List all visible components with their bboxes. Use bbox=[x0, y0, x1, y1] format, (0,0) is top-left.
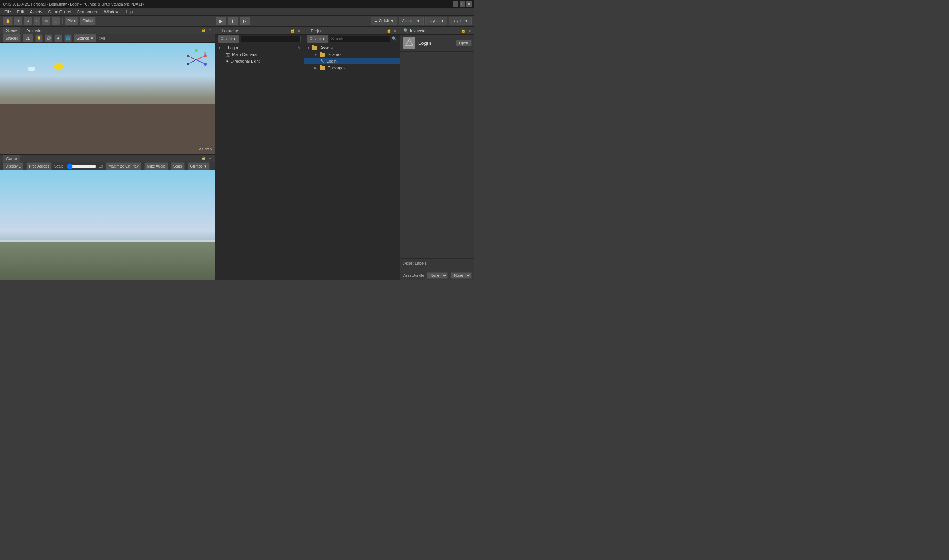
project-header: ≡ Project 🔒 ≡ bbox=[304, 27, 400, 35]
project-lock[interactable]: 🔒 bbox=[386, 29, 392, 32]
hierarchy-tab-label[interactable]: Hierarchy bbox=[220, 29, 238, 33]
game-gizmos-dropdown[interactable]: Gizmos ▼ bbox=[188, 162, 210, 171]
animator-tab[interactable]: Animator bbox=[23, 27, 46, 34]
project-tab-label[interactable]: Project bbox=[311, 29, 323, 33]
hierarchy-item-main-camera[interactable]: 📷 Main Camera bbox=[215, 51, 304, 58]
hierarchy-panel: ≡ Hierarchy 🔒 ≡ Create ▼ ▼ ⊙ Login ✎ 📷 bbox=[215, 27, 304, 280]
camera-icon: 📷 bbox=[225, 52, 231, 57]
step-button[interactable]: ⏭ bbox=[240, 17, 250, 25]
asset-variant-dropdown[interactable]: None bbox=[451, 272, 472, 279]
scene-panel-header: Scene Animator 🔒 ≡ bbox=[0, 27, 215, 34]
inspector-lock[interactable]: 🔒 bbox=[460, 29, 466, 32]
rotate-tool[interactable]: ↺ bbox=[24, 17, 32, 25]
pivot-button[interactable]: Pivot bbox=[65, 17, 78, 25]
hierarchy-menu[interactable]: ≡ bbox=[297, 29, 301, 32]
scene-edit-icon[interactable]: ✎ bbox=[298, 46, 301, 50]
maximize-on-play[interactable]: Maximize On Play bbox=[106, 162, 141, 171]
project-scenes-folder[interactable]: ▼ Scenes bbox=[304, 51, 400, 58]
scene-name: Login bbox=[228, 46, 238, 50]
layout-button[interactable]: Layout ▼ bbox=[449, 17, 472, 25]
move-tool[interactable]: ✛ bbox=[14, 17, 22, 25]
project-content: ▼ Assets ▼ Scenes 🔧 Login ▶ bbox=[304, 43, 400, 280]
transform-tool[interactable]: ⊞ bbox=[52, 17, 60, 25]
layers-button[interactable]: Layers ▼ bbox=[425, 17, 448, 25]
inspector-header: 🔍 Inspector 🔒 ≡ bbox=[400, 27, 475, 35]
game-menu-icon[interactable]: ≡ bbox=[208, 156, 212, 160]
stats-button[interactable]: Stats bbox=[171, 162, 185, 171]
svg-point-10 bbox=[187, 55, 189, 57]
cloud-shape bbox=[28, 67, 35, 71]
game-lock-icon[interactable]: 🔒 bbox=[200, 156, 206, 160]
menu-file[interactable]: File bbox=[2, 8, 14, 15]
sun-gizmo bbox=[54, 62, 63, 71]
inspector-menu[interactable]: ≡ bbox=[468, 29, 472, 32]
hierarchy-lock[interactable]: 🔒 bbox=[289, 29, 295, 32]
inspector-icon: 🔍 bbox=[403, 28, 409, 33]
svg-line-9 bbox=[188, 56, 196, 60]
menu-component[interactable]: Component bbox=[74, 8, 101, 15]
maximize-button[interactable]: □ bbox=[460, 2, 465, 7]
scenes-label: Scenes bbox=[328, 52, 341, 57]
scene-tab[interactable]: Scene bbox=[3, 27, 20, 34]
scale-slider[interactable] bbox=[67, 164, 96, 169]
scene-panel: Scene Animator 🔒 ≡ Shaded 2D 💡 🔊 ✦ 🌐 Giz… bbox=[0, 27, 215, 154]
menu-assets[interactable]: Assets bbox=[27, 8, 45, 15]
open-button[interactable]: Open bbox=[456, 40, 472, 46]
mute-audio[interactable]: Mute Audio bbox=[144, 162, 168, 171]
hierarchy-create-btn[interactable]: Create ▼ bbox=[218, 35, 239, 43]
svg-line-11 bbox=[188, 60, 196, 64]
project-packages-folder[interactable]: ▶ Packages bbox=[304, 65, 400, 71]
scenes-expand: ▼ bbox=[314, 53, 318, 56]
project-menu[interactable]: ≡ bbox=[393, 29, 397, 32]
audio-toggle[interactable]: 🔊 bbox=[45, 34, 52, 42]
menu-edit[interactable]: Edit bbox=[14, 8, 27, 15]
hierarchy-search-input[interactable] bbox=[241, 36, 301, 42]
effects-toggle[interactable]: ✦ bbox=[54, 34, 62, 42]
scale-tool[interactable]: ↕ bbox=[33, 17, 40, 25]
game-panel-controls: 🔒 ≡ bbox=[200, 156, 212, 160]
inspector-controls: 🔒 ≡ bbox=[460, 29, 472, 32]
left-panel: Scene Animator 🔒 ≡ Shaded 2D 💡 🔊 ✦ 🌐 Giz… bbox=[0, 27, 215, 280]
asset-bundle-label: AssetBundle bbox=[403, 274, 424, 278]
play-button[interactable]: ▶ bbox=[216, 17, 226, 25]
login-scene-label: Login bbox=[327, 59, 337, 63]
global-button[interactable]: Global bbox=[80, 17, 95, 25]
game-canvas[interactable] bbox=[0, 171, 215, 280]
svg-text:y: y bbox=[195, 49, 197, 51]
inspector-tab-label[interactable]: Inspector bbox=[410, 29, 427, 33]
menu-help[interactable]: Help bbox=[121, 8, 136, 15]
hand-tool[interactable]: ✋ bbox=[3, 17, 12, 25]
rect-tool[interactable]: ▭ bbox=[42, 17, 51, 25]
inspector-asset-name: Login bbox=[418, 40, 431, 46]
minimize-button[interactable]: ─ bbox=[453, 2, 458, 7]
orientation-gizmo[interactable]: x y z bbox=[185, 49, 207, 71]
lock-icon[interactable]: 🔒 bbox=[200, 28, 206, 32]
display-dropdown[interactable]: Display 1 bbox=[3, 162, 23, 171]
project-login-scene[interactable]: 🔧 Login bbox=[304, 58, 400, 65]
collab-button[interactable]: ☁ Collab ▼ bbox=[371, 17, 397, 25]
window-controls[interactable]: ─ □ ✕ bbox=[453, 2, 472, 7]
project-create-btn[interactable]: Create ▼ bbox=[307, 35, 328, 43]
close-button[interactable]: ✕ bbox=[466, 2, 472, 7]
menu-gameobject[interactable]: GameObject bbox=[45, 8, 74, 15]
shading-dropdown[interactable]: Shaded bbox=[3, 34, 21, 42]
project-search-input[interactable] bbox=[329, 36, 390, 42]
project-assets-folder[interactable]: ▼ Assets bbox=[304, 45, 400, 51]
game-tab[interactable]: Game bbox=[3, 155, 20, 162]
hierarchy-item-directional-light[interactable]: ☀ Directional Light bbox=[215, 58, 304, 65]
hierarchy-scene-root[interactable]: ▼ ⊙ Login ✎ bbox=[215, 45, 304, 51]
scene-ground bbox=[0, 104, 215, 154]
2d-button[interactable]: 2D bbox=[23, 34, 33, 42]
menu-window[interactable]: Window bbox=[101, 8, 121, 15]
pause-button[interactable]: ⏸ bbox=[228, 17, 238, 25]
inspector-asset-row: Login Open bbox=[400, 35, 475, 52]
scene-canvas[interactable]: x y z bbox=[0, 43, 215, 154]
scenes-folder-icon bbox=[320, 52, 325, 57]
light-toggle[interactable]: 💡 bbox=[35, 34, 43, 42]
asset-bundle-dropdown[interactable]: None bbox=[427, 272, 448, 279]
aspect-dropdown[interactable]: Free Aspect bbox=[26, 162, 51, 171]
skybox-toggle[interactable]: 🌐 bbox=[64, 34, 72, 42]
gizmos-dropdown[interactable]: Gizmos ▼ bbox=[74, 34, 96, 42]
panel-menu-icon[interactable]: ≡ bbox=[208, 28, 212, 32]
account-button[interactable]: Account ▼ bbox=[399, 17, 424, 25]
